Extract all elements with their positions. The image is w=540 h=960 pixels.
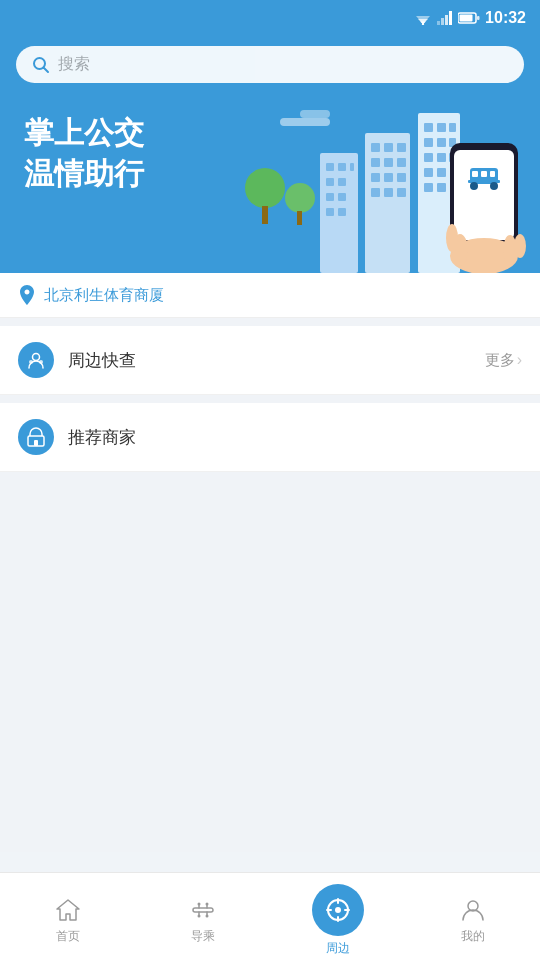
home-icon	[54, 896, 82, 924]
svg-rect-20	[326, 163, 334, 171]
guide-icon	[189, 896, 217, 924]
svg-rect-39	[371, 188, 380, 197]
svg-point-72	[39, 360, 43, 364]
svg-point-17	[285, 183, 315, 213]
merchant-label: 推荐商家	[68, 426, 522, 449]
svg-rect-35	[397, 158, 406, 167]
svg-rect-13	[280, 118, 330, 126]
svg-point-73	[29, 360, 33, 364]
nearby-chevron-icon: ›	[517, 351, 522, 369]
svg-rect-51	[424, 168, 433, 177]
svg-rect-64	[490, 171, 495, 177]
banner-illustration	[220, 98, 540, 273]
svg-point-77	[197, 903, 200, 906]
svg-rect-36	[371, 173, 380, 182]
svg-point-70	[514, 234, 526, 258]
svg-rect-43	[424, 123, 433, 132]
tab-guide-label: 导乘	[191, 928, 215, 945]
svg-rect-30	[371, 143, 380, 152]
nearby-icon	[18, 342, 54, 378]
merchant-icon	[18, 419, 54, 455]
svg-point-71	[33, 354, 40, 361]
svg-rect-10	[477, 16, 480, 20]
svg-rect-41	[397, 188, 406, 197]
battery-icon	[458, 12, 480, 24]
nearby-icon-svg	[26, 350, 46, 370]
svg-rect-24	[338, 178, 346, 186]
merchant-section: 推荐商家	[0, 403, 540, 472]
merchant-list-item[interactable]: 推荐商家	[0, 403, 540, 472]
svg-rect-46	[424, 138, 433, 147]
search-bar[interactable]: 搜索	[16, 46, 524, 83]
tab-home-label: 首页	[56, 928, 80, 945]
svg-rect-50	[437, 153, 446, 162]
status-icons: 10:32	[414, 9, 526, 27]
svg-rect-9	[460, 15, 473, 22]
svg-rect-31	[384, 143, 393, 152]
svg-rect-27	[326, 208, 334, 216]
svg-rect-23	[326, 178, 334, 186]
section-divider-2	[0, 395, 540, 403]
city-illustration	[220, 98, 540, 273]
svg-point-60	[470, 182, 478, 190]
svg-rect-37	[384, 173, 393, 182]
nearby-list-item[interactable]: 周边快查 更多 ›	[0, 326, 540, 395]
nearby-more[interactable]: 更多 ›	[485, 351, 522, 370]
svg-point-68	[446, 224, 458, 252]
banner-title-line2: 温情助行	[24, 154, 144, 195]
banner-text: 掌上公交 温情助行	[24, 113, 144, 195]
svg-rect-63	[481, 171, 487, 177]
section-divider-1	[0, 318, 540, 326]
svg-rect-4	[437, 21, 440, 25]
svg-rect-21	[338, 163, 346, 171]
main-content	[0, 472, 540, 852]
svg-rect-29	[365, 133, 410, 273]
svg-rect-54	[424, 183, 433, 192]
svg-point-61	[490, 182, 498, 190]
merchant-icon-svg	[26, 427, 46, 447]
svg-rect-45	[449, 123, 456, 132]
wifi-icon	[414, 11, 432, 25]
tab-home[interactable]: 首页	[0, 888, 135, 945]
nearby-label: 周边快查	[68, 349, 471, 372]
svg-rect-16	[262, 206, 268, 224]
svg-rect-57	[454, 150, 514, 240]
search-placeholder: 搜索	[58, 54, 90, 75]
header: 搜索	[0, 36, 540, 83]
svg-rect-32	[397, 143, 406, 152]
svg-rect-49	[424, 153, 433, 162]
svg-point-79	[197, 915, 200, 918]
tab-guide[interactable]: 导乘	[135, 888, 270, 945]
svg-rect-28	[338, 208, 346, 216]
tab-mine[interactable]: 我的	[405, 888, 540, 945]
location-bar[interactable]: 北京利生体育商厦	[0, 273, 540, 318]
svg-rect-47	[437, 138, 446, 147]
banner-title-line1: 掌上公交	[24, 113, 144, 154]
location-text: 北京利生体育商厦	[44, 286, 164, 305]
svg-rect-6	[445, 15, 448, 25]
svg-rect-44	[437, 123, 446, 132]
signal-icon	[437, 11, 453, 25]
tab-mine-label: 我的	[461, 928, 485, 945]
svg-line-12	[44, 67, 49, 72]
svg-rect-25	[326, 193, 334, 201]
banner: 掌上公交 温情助行	[0, 83, 540, 273]
nearby-section: 周边快查 更多 ›	[0, 326, 540, 395]
nearby-tab-icon	[325, 897, 351, 923]
status-bar: 10:32	[0, 0, 540, 36]
svg-rect-18	[297, 211, 302, 225]
svg-point-15	[245, 168, 285, 208]
svg-rect-55	[437, 183, 446, 192]
svg-rect-14	[300, 110, 330, 118]
svg-rect-75	[34, 440, 38, 446]
tab-nearby[interactable]: 周边	[270, 876, 405, 957]
svg-point-78	[205, 903, 208, 906]
svg-rect-76	[193, 908, 213, 912]
svg-rect-26	[338, 193, 346, 201]
svg-rect-38	[397, 173, 406, 182]
svg-rect-62	[472, 171, 478, 177]
search-icon	[32, 56, 50, 74]
svg-rect-52	[437, 168, 446, 177]
svg-rect-33	[371, 158, 380, 167]
mine-icon	[459, 896, 487, 924]
